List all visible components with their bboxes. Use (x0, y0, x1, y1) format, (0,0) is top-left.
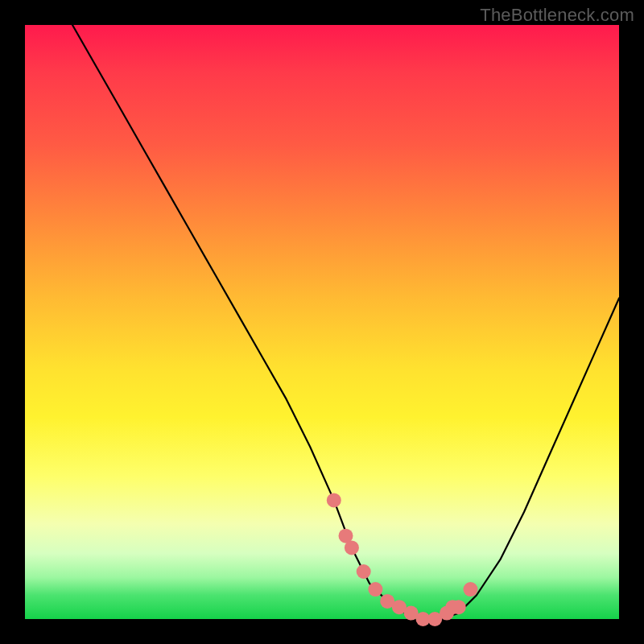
chart-gradient-area (25, 25, 619, 619)
chart-frame: TheBottleneck.com (0, 0, 644, 644)
watermark-text: TheBottleneck.com (480, 5, 634, 26)
